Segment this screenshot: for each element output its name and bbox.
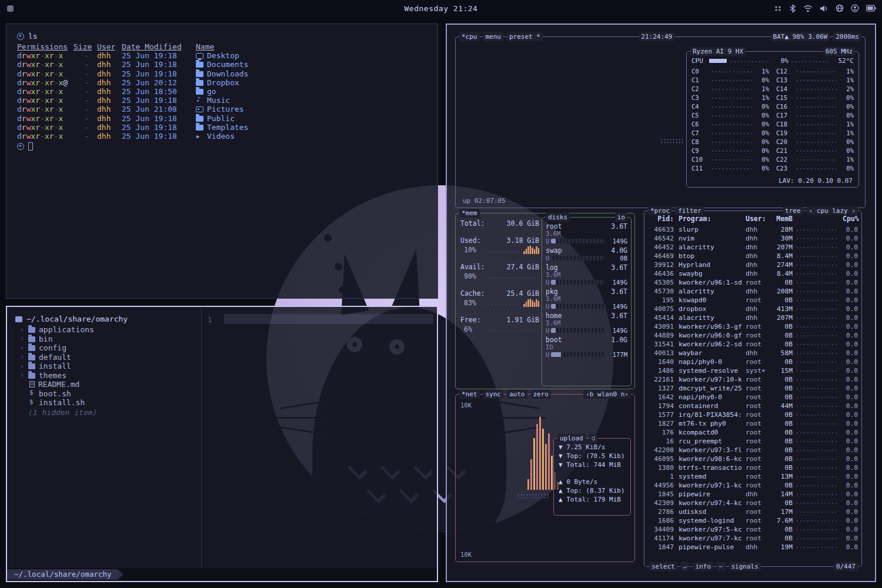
process-row[interactable]: 1686 systemd-logind root 7.6M 0.0 [644, 516, 861, 525]
disks-title[interactable]: disks [546, 213, 570, 222]
process-row[interactable]: 44889 kworker/u96:0-gf root 0B 0.0 [644, 331, 861, 340]
process-row[interactable]: 195 kswapd0 root 0B 0.0 [644, 296, 861, 305]
dots-grid-icon[interactable] [774, 4, 782, 12]
tree-toggle[interactable]: tree [783, 206, 803, 215]
process-mem: 0B [771, 446, 793, 454]
process-row[interactable]: 42208 kworker/u97:3-fl root 0B 0.0 [644, 446, 861, 455]
volume-icon[interactable] [820, 5, 828, 12]
core-row: C0 1% [691, 66, 769, 75]
signals-hint[interactable]: signals [729, 562, 761, 571]
process-row[interactable]: 39912 Hyprland dhh 274M 0.0 [644, 260, 861, 269]
process-program: alacritty [674, 288, 746, 295]
root-directory-row[interactable]: ~/.local/share/omarchy [15, 314, 196, 324]
file-size: - [74, 105, 91, 113]
process-row[interactable]: 42309 kworker/u97:4-kc root 0B 0.0 [644, 499, 861, 507]
ls-row: drwxr-xr-x - dhh 25 Jun 19:18 Downloads [17, 69, 437, 78]
process-program: systemd-logind [674, 517, 746, 524]
process-row[interactable]: 1794 containerd root 44M 0.0 [644, 402, 861, 410]
account-icon[interactable] [851, 4, 859, 12]
process-row[interactable]: 45414 alacritty dhh 207M 0.0 [644, 313, 861, 322]
process-mem: 413M [771, 305, 793, 313]
process-pid: 40075 [648, 305, 674, 313]
process-row[interactable]: 176 kcompactd0 root 0B 0.0 [644, 428, 861, 437]
process-row[interactable]: 16 rcu_preempt root 0B 0.0 [644, 437, 861, 446]
tree-item[interactable]: bin [15, 335, 196, 344]
process-row[interactable]: 2786 udisksd root 17M 0.0 [644, 507, 861, 516]
cpu-model: Ryzen AI 9 HX [690, 47, 746, 56]
sync-button[interactable]: sync [483, 390, 504, 399]
process-row[interactable]: 1327 dmcrypt_write/25 root 0B 0.0 [644, 384, 861, 393]
load-average: LAV: 0.20 0.10 0.07 [779, 177, 853, 185]
process-row[interactable]: 45305 kworker/u96:1-sd root 0B 0.0 [644, 278, 861, 287]
ls-row: drwxr-xr-x - dhh 25 Jun 19:18 Templates [17, 123, 437, 132]
process-pid: 43091 [648, 323, 674, 330]
tree-item[interactable]: applications [15, 325, 196, 335]
mem-stat: Used: 3.18 GiB 10% [460, 236, 539, 254]
process-pid: 1577 [648, 411, 674, 419]
process-row[interactable]: 45730 alacritty dhh 208M 0.0 [644, 287, 861, 296]
process-row[interactable]: 31541 kworker/u96:2-sd root 0B 0.0 [644, 340, 861, 349]
process-pid: 1 [648, 473, 674, 480]
process-row[interactable]: 1845 pipewire dhh 14M 0.0 [644, 490, 861, 499]
shell-prompt[interactable] [17, 142, 437, 151]
process-row[interactable]: 46469 btop dhh 8.4M 0.0 [644, 252, 861, 260]
process-row[interactable]: 43091 kworker/u96:3-gf root 0B 0.0 [644, 322, 861, 331]
zero-button[interactable]: zero [531, 390, 552, 399]
process-row[interactable]: 1 systemd root 13M 0.0 [644, 472, 861, 481]
process-row[interactable]: 1577 irq/81-PIXA3854: root 0B 0.0 [644, 410, 861, 419]
net-panel-title[interactable]: upload [557, 434, 586, 443]
tree-item-label: install [39, 362, 71, 370]
tree-item[interactable]: boot.sh [15, 389, 196, 399]
ls-listing: drwxr-xr-x - dhh 25 Jun 19:18 Desktop dr… [17, 51, 437, 141]
process-row[interactable]: 46542 nvim dhh 30M 0.0 [644, 234, 861, 243]
process-user: dhh [746, 270, 771, 278]
process-row[interactable]: 34409 kworker/u97:5-kc root 0B 0.0 [644, 525, 861, 534]
process-row[interactable]: 1847 pipewire-pulse dhh 19M 0.0 [644, 543, 861, 552]
net-panel-toggle[interactable]: d [589, 434, 598, 443]
process-row[interactable]: 46452 alacritty dhh 207M 0.0 [644, 243, 861, 252]
tree-item[interactable]: config [15, 343, 196, 353]
process-row[interactable]: 1380 btrfs-transactio root 0B 0.0 [644, 463, 861, 472]
uptime: up 02:07:05 [463, 197, 506, 205]
io-toggle[interactable]: io [615, 213, 627, 222]
globe-icon[interactable] [836, 4, 844, 12]
process-row[interactable]: 46633 slurp dhh 28M 0.0 [644, 225, 861, 234]
process-row[interactable]: 40075 dropbox dhh 413M 0.0 [644, 305, 861, 313]
auto-button[interactable]: auto [507, 390, 527, 399]
info-hint[interactable]: info [693, 562, 713, 571]
menu-button[interactable]: menu [483, 32, 504, 41]
process-row[interactable]: 41174 kworker/u97:7-kc root 0B 0.0 [644, 534, 861, 543]
tree-item[interactable]: default [15, 353, 196, 362]
process-pid: 31541 [648, 340, 674, 348]
core-row: C9 0% [691, 146, 769, 155]
process-row[interactable]: 40013 waybar dhh 58M 0.0 [644, 349, 861, 358]
process-row[interactable]: 1640 napi/phy0-0 root 0B 0.0 [644, 358, 861, 366]
battery-icon[interactable] [866, 5, 876, 12]
process-row[interactable]: 1827 mt76-tx phy0 root 0B 0.0 [644, 419, 861, 428]
interface-selector[interactable]: ‹b wlan0 n› [583, 390, 631, 399]
select-hint[interactable]: select [649, 562, 677, 571]
tree-item[interactable]: install.sh [15, 398, 196, 407]
process-cpu-graph [796, 500, 839, 506]
process-user: root [746, 402, 771, 410]
process-row[interactable]: 46095 kworker/u98:6-kc root 0B 0.0 [644, 455, 861, 463]
tree-item[interactable]: install [15, 362, 196, 371]
refresh-interval[interactable]: 2000ms [833, 32, 861, 41]
tree-item[interactable]: README.md [15, 380, 196, 389]
process-cpu-graph [796, 474, 839, 479]
bluetooth-icon[interactable] [789, 4, 796, 13]
process-pid: 1827 [648, 420, 674, 427]
process-row[interactable]: 44956 kworker/u97:1-kc root 0B 0.0 [644, 481, 861, 490]
process-row[interactable]: 22161 kworker/u97:10-k root 0B 0.0 [644, 375, 861, 384]
file-type-icon [196, 89, 203, 95]
filter-button[interactable]: filter [676, 206, 704, 215]
net-graph-baseline [517, 493, 550, 498]
process-row[interactable]: 1642 napi/phy0-0 root 0B 0.0 [644, 393, 861, 402]
preset-button[interactable]: preset * [507, 32, 543, 41]
process-row[interactable]: 1486 systemd-resolve syst+ 15M 0.0 [644, 366, 861, 375]
tree-item[interactable]: themes [15, 371, 196, 380]
process-row[interactable]: 46436 swaybg dhh 8.4M 0.0 [644, 269, 861, 278]
core-row: C5 0% [691, 111, 769, 119]
wifi-icon[interactable] [803, 5, 813, 12]
sort-selector[interactable]: ‹ cpu lazy › [807, 206, 858, 215]
